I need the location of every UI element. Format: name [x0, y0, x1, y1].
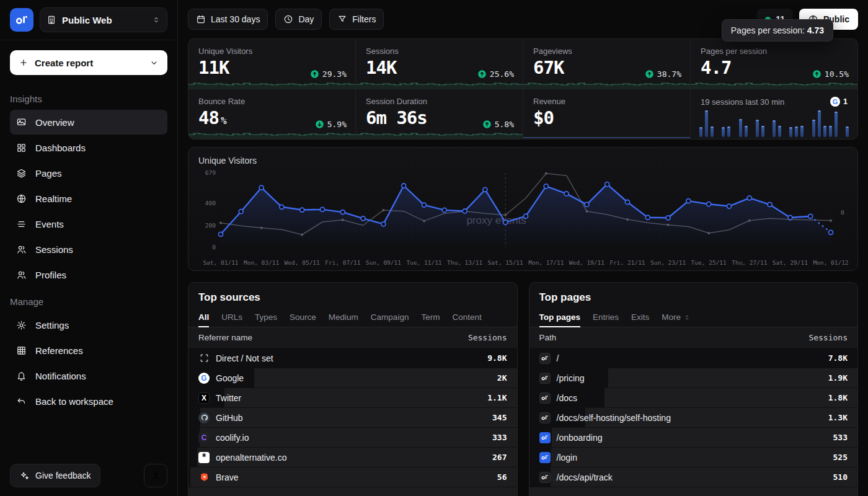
stat-card-session-duration[interactable]: Session Duration 6m 36s 5.8% — [356, 89, 523, 139]
chevron-down-icon — [149, 58, 159, 68]
create-report-button[interactable]: Create report — [10, 50, 167, 75]
realtime-bar — [761, 126, 764, 137]
sidebar-item-label: Realtime — [35, 193, 72, 204]
svg-text:400: 400 — [205, 200, 216, 206]
filters-button[interactable]: Filters — [329, 9, 384, 30]
tab-label: Medium — [329, 312, 358, 322]
sidebar-item-back-to-workspace[interactable]: Back to workspace — [10, 389, 167, 414]
stat-change-value: 25.6% — [490, 69, 514, 79]
stat-card-pageviews[interactable]: Pageviews 67K 38.7% — [523, 39, 690, 89]
svg-text:0: 0 — [841, 209, 844, 216]
sidebar-item-events[interactable]: Events — [10, 211, 167, 236]
tab-content[interactable]: Content — [452, 309, 481, 327]
tab-campaign[interactable]: Campaign — [371, 309, 409, 327]
sidebar-nav: InsightsOverviewDashboardsPagesRealtimeE… — [0, 85, 177, 414]
table-row[interactable]: GitHub345 — [188, 408, 517, 428]
tab-entries[interactable]: Entries — [593, 309, 619, 327]
grid-icon — [16, 345, 27, 356]
stat-change-badge: 5.8% — [482, 120, 514, 129]
stat-value: $0 — [533, 109, 680, 127]
sidebar-item-settings[interactable]: Settings — [10, 312, 167, 337]
sidebar-item-dashboards[interactable]: Dashboards — [10, 135, 167, 160]
give-feedback-button[interactable]: Give feedback — [10, 464, 100, 487]
realtime-sessions-card[interactable]: 19 sessions last 30 min G 1 — [691, 89, 857, 139]
table-row[interactable]: /docs1.8K — [529, 388, 858, 408]
stat-card-bounce-rate[interactable]: Bounce Rate 48% 5.9% — [188, 89, 355, 139]
realtime-bar — [773, 120, 776, 137]
svg-text:0: 0 — [212, 244, 216, 250]
svg-text:Wed, 05/11: Wed, 05/11 — [285, 259, 320, 266]
tab-types[interactable]: Types — [255, 309, 277, 327]
table-row[interactable]: /7.8K — [529, 348, 858, 368]
table-row[interactable]: *openalternative.co267 — [188, 448, 517, 467]
row-value: 56 — [497, 472, 507, 482]
column-name: Referrer name — [198, 333, 252, 342]
stat-card-unique-visitors[interactable]: Unique Visitors 11K 29.3% — [188, 39, 355, 89]
stat-card-revenue[interactable]: Revenue $0 — [523, 89, 690, 139]
svg-text:Mon, 01/12: Mon, 01/12 — [813, 259, 848, 266]
svg-text:Fri, 07/11: Fri, 07/11 — [325, 259, 360, 266]
stat-label: Revenue — [533, 97, 680, 106]
row-label: /docs — [557, 393, 577, 403]
stat-change-badge: 5.9% — [315, 120, 347, 129]
stat-card-sessions[interactable]: Sessions 14K 25.6% — [356, 39, 523, 89]
flat-sparkline — [523, 137, 690, 138]
realtime-bar — [812, 120, 815, 137]
stat-card-pages-per-session[interactable]: Pages per session 4.7 10.5% — [691, 39, 857, 89]
table-row[interactable]: Brave56 — [188, 467, 517, 487]
sidebar-item-sessions[interactable]: Sessions — [10, 237, 167, 262]
sidebar-item-realtime[interactable]: Realtime — [10, 186, 167, 211]
row-value: 2K — [497, 373, 507, 383]
tab-source[interactable]: Source — [290, 309, 316, 327]
gear-icon — [16, 320, 27, 330]
openpanel-logo-icon[interactable] — [10, 8, 33, 32]
table-row[interactable]: GGoogle2K — [188, 368, 517, 388]
svg-text:Thu, 13/11: Thu, 13/11 — [447, 259, 482, 266]
tab-exits[interactable]: Exits — [631, 309, 649, 327]
top-pages-card: Top pagesTop pagesEntriesExitsMorePath S… — [529, 282, 859, 496]
sidebar-item-profiles[interactable]: Profiles — [10, 262, 167, 287]
row-label: /docs/api/track — [557, 472, 613, 482]
table-row[interactable]: Direct / Not set9.8K — [188, 348, 517, 368]
sidebar-item-notifications[interactable]: Notifications — [10, 363, 167, 388]
tab-all[interactable]: All — [198, 309, 209, 327]
interval-button[interactable]: Day — [275, 9, 322, 30]
live-visitors-badge[interactable]: 11 — [757, 9, 793, 30]
table-row[interactable]: /docs/self-hosting/self-hosting1.3K — [529, 408, 858, 428]
table-row[interactable]: /onboarding533 — [529, 428, 858, 448]
table-row[interactable]: /pricing1.9K — [529, 368, 858, 388]
live-count: 11 — [776, 14, 785, 24]
table-row[interactable] — [529, 487, 858, 496]
trend-up-icon — [477, 69, 487, 79]
workspace-selector[interactable]: Public Web — [40, 7, 167, 32]
realtime-bar — [705, 110, 708, 137]
column-name: Path — [539, 333, 557, 342]
realtime-bar — [818, 110, 821, 137]
sidebar-item-overview[interactable]: Overview — [10, 110, 167, 135]
tab-top-pages[interactable]: Top pages — [539, 309, 581, 327]
public-share-button[interactable]: Public — [799, 9, 858, 30]
tab-medium[interactable]: Medium — [329, 309, 358, 327]
sidebar-item-references[interactable]: References — [10, 338, 167, 363]
trend-up-icon — [310, 69, 319, 79]
tab-label: Term — [421, 312, 440, 322]
tab-term[interactable]: Term — [421, 309, 440, 327]
svg-text:Sat, 29/11: Sat, 29/11 — [773, 259, 808, 266]
unique-visitors-chart-card: Unique Visitors 6794002000Sat, 01/11Mon,… — [188, 147, 858, 271]
table-row[interactable]: XTwitter1.1K — [188, 388, 517, 408]
row-label: GitHub — [216, 413, 243, 423]
tab-more[interactable]: More — [662, 309, 691, 327]
table-row[interactable] — [188, 487, 517, 496]
date-range-button[interactable]: Last 30 days — [188, 9, 268, 30]
row-value: 1.9K — [828, 373, 848, 383]
live-dot-icon — [765, 17, 771, 22]
row-label: /pricing — [557, 373, 585, 383]
sidebar-item-pages[interactable]: Pages — [10, 161, 167, 185]
table-row[interactable]: Ccoolify.io333 — [188, 428, 517, 448]
table-row[interactable]: /login525 — [529, 448, 858, 467]
tab-urls[interactable]: URLs — [221, 309, 242, 327]
user-menu-button[interactable] — [144, 464, 167, 487]
table-row[interactable]: /docs/api/track510 — [529, 467, 858, 487]
row-label: /docs/self-hosting/self-hosting — [557, 413, 671, 423]
realtime-bar — [727, 126, 730, 137]
